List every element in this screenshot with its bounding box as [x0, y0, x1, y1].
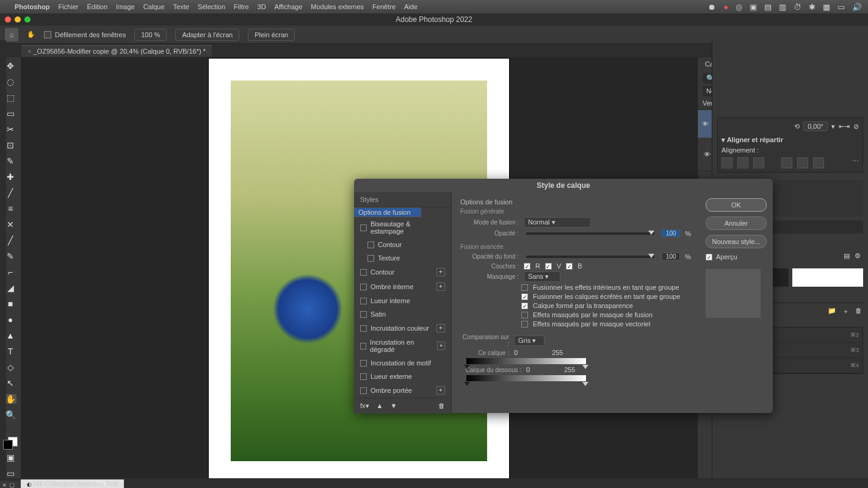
document-tab[interactable]: × _OZ95856-Modifier copie @ 20,4% (Calqu… [21, 45, 212, 57]
add-icon[interactable]: + [436, 386, 445, 395]
pen-tool[interactable]: ◢ [4, 283, 16, 293]
blend-mode-select[interactable]: Normal ▾ [524, 217, 591, 228]
style-pattern-overlay[interactable]: Incrustation de motif [354, 356, 451, 370]
trash-icon[interactable]: 🗑 [855, 307, 862, 316]
menu-view[interactable]: Affichage [275, 3, 303, 10]
maximize-window-button[interactable] [24, 16, 31, 23]
options-icon[interactable]: ⚙ [855, 252, 861, 260]
channel-v-checkbox[interactable] [545, 263, 552, 270]
opacity-slider[interactable] [526, 232, 654, 235]
crop-tool[interactable]: ✂ [4, 124, 16, 134]
color-swatches[interactable] [3, 440, 18, 447]
menu-edit[interactable]: Édition [87, 3, 107, 10]
this-layer-slider[interactable] [466, 358, 586, 364]
quick-mask-button[interactable]: ▣ [4, 453, 16, 462]
zoom-value[interactable]: 100 % [134, 29, 167, 41]
style-stroke[interactable]: Contour+ [354, 265, 451, 279]
channel-r-checkbox[interactable] [524, 263, 530, 270]
nik-collection-bar[interactable]: ◐ Nik Collection Selective Tool [21, 479, 124, 488]
layer-visibility-icon[interactable]: 👁 [702, 120, 709, 127]
triangle-tool[interactable]: ▲ [4, 331, 16, 340]
brush-tool[interactable]: ╱ [4, 188, 16, 198]
style-satin[interactable]: Satin [354, 307, 451, 321]
type-tool[interactable]: T [4, 346, 16, 356]
add-icon[interactable]: ＋ [842, 307, 849, 316]
align-right-button[interactable] [753, 157, 764, 168]
style-inner-shadow[interactable]: Ombre interne+ [354, 279, 451, 294]
layer-visibility-icon[interactable]: 👁 [703, 151, 711, 158]
fit-screen-button[interactable]: Adapter à l'écran [175, 29, 239, 41]
chevron-down-icon[interactable]: ▾ [831, 123, 835, 131]
opacity-input[interactable]: 100 [662, 229, 680, 237]
menu-app[interactable]: Photoshop [15, 3, 49, 10]
clear-icon[interactable]: ⊘ [853, 123, 859, 131]
angle-value[interactable]: 0,00° [803, 121, 828, 131]
screen-mode-button[interactable]: ▭ [4, 468, 16, 478]
menu-filter[interactable]: Filtre [234, 3, 248, 10]
align-hcenter-button[interactable] [737, 157, 748, 168]
history-brush-tool[interactable]: ✕ [4, 220, 16, 229]
dodge-tool[interactable]: ⌐ [4, 267, 16, 277]
blend-interior-checkbox[interactable] [521, 284, 528, 291]
ok-button[interactable]: OK [706, 198, 767, 212]
hand-tool[interactable]: ✋ [4, 394, 16, 404]
trash-icon[interactable]: 🗑 [438, 402, 445, 410]
frame-tool[interactable]: ⊡ [4, 140, 16, 150]
align-vcenter-button[interactable] [797, 157, 808, 168]
marquee-tool[interactable]: ◌ [4, 77, 16, 87]
move-tool[interactable]: ✥ [4, 61, 16, 71]
menu-plugins[interactable]: Modules externes [311, 3, 364, 10]
gradient-tool[interactable]: ✎ [4, 251, 16, 261]
rectangle-tool[interactable]: ■ [4, 299, 16, 309]
mode-buttons[interactable]: ×□ [0, 481, 21, 488]
style-contour[interactable]: Contour [354, 238, 451, 251]
menu-window[interactable]: Fenêtre [372, 3, 396, 10]
align-bottom-button[interactable] [813, 157, 824, 168]
add-icon[interactable]: + [436, 268, 445, 276]
eyedropper-tool[interactable]: ✎ [4, 156, 16, 166]
scroll-all-windows-checkbox[interactable] [44, 31, 51, 38]
channel-b-checkbox[interactable] [566, 263, 573, 270]
align-top-button[interactable] [781, 157, 792, 168]
menu-layer[interactable]: Calque [143, 3, 165, 10]
style-blending-options[interactable]: Options de fusion [354, 207, 421, 217]
menu-select[interactable]: Sélection [198, 3, 225, 10]
dialog-title[interactable]: Style de calque [354, 179, 773, 192]
eraser-tool[interactable]: ╱ [4, 235, 16, 245]
add-icon[interactable]: + [437, 342, 445, 350]
move-up-icon[interactable]: ▲ [377, 402, 383, 410]
close-window-button[interactable] [5, 16, 11, 23]
preview-checkbox[interactable] [706, 254, 712, 260]
fill-opacity-slider[interactable] [526, 256, 654, 258]
signature-thumb-2[interactable] [792, 268, 864, 287]
style-drop-shadow[interactable]: Ombre portée+ [354, 383, 451, 398]
cancel-button[interactable]: Annuler [706, 217, 767, 230]
menu-file[interactable]: Fichier [58, 3, 78, 10]
new-style-button[interactable]: Nouveau style... [706, 235, 767, 248]
direct-select-tool[interactable]: ↖ [4, 378, 16, 388]
blend-if-select[interactable]: Gris ▾ [514, 336, 544, 346]
zoom-tool[interactable]: 🔍 [4, 410, 16, 420]
menu-image[interactable]: Image [116, 3, 135, 10]
grid-view-icon[interactable]: ▤ [844, 252, 850, 260]
full-screen-button[interactable]: Plein écran [248, 29, 295, 41]
left-collapsed-panel[interactable] [0, 40, 6, 478]
fill-opacity-input[interactable]: 100 [662, 253, 680, 260]
style-gradient-overlay[interactable]: Incrustation en dégradé+ [354, 336, 451, 356]
style-outer-glow[interactable]: Lueur externe [354, 370, 451, 383]
align-left-button[interactable] [722, 157, 732, 168]
add-icon[interactable]: + [436, 324, 445, 332]
blend-clipped-checkbox[interactable] [521, 293, 528, 300]
more-icon[interactable]: ⋯ [852, 157, 859, 168]
style-inner-glow[interactable]: Lueur interne [354, 294, 451, 307]
style-color-overlay[interactable]: Incrustation couleur+ [354, 321, 451, 336]
style-texture[interactable]: Texture [354, 251, 451, 265]
minimize-window-button[interactable] [15, 16, 21, 23]
rotate-icon[interactable]: ⟲ [794, 123, 800, 131]
healing-tool[interactable]: ✚ [4, 172, 16, 182]
object-select-tool[interactable]: ▭ [4, 109, 16, 118]
menu-3d[interactable]: 3D [258, 3, 266, 10]
style-bevel[interactable]: Biseautage & estampage [354, 217, 451, 238]
flip-h-icon[interactable]: ⇤⇥ [839, 123, 850, 131]
transparency-shapes-checkbox[interactable] [521, 303, 528, 309]
